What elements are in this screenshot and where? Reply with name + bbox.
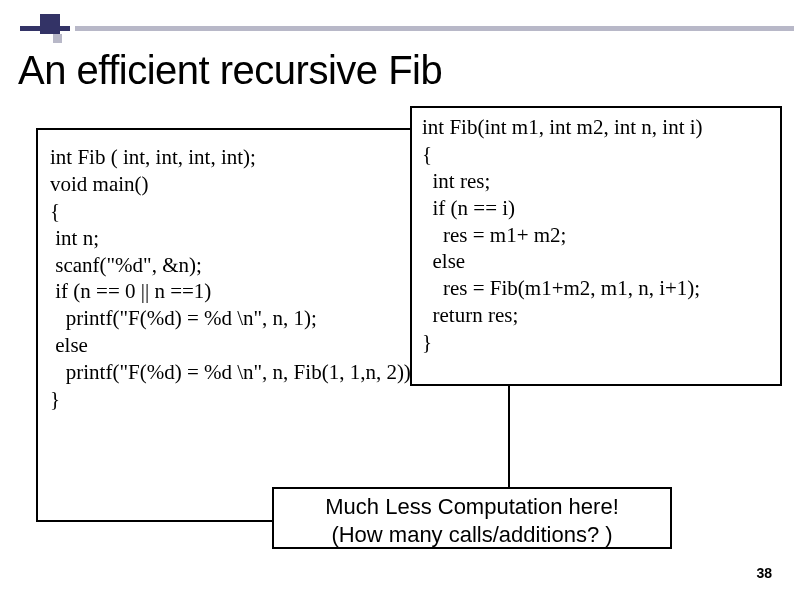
code-line: {	[422, 141, 770, 168]
code-line: int res;	[422, 168, 770, 195]
note-line-2: (How many calls/additions? )	[282, 521, 662, 549]
page-number: 38	[756, 565, 772, 581]
code-box-right: int Fib(int m1, int m2, int n, int i) { …	[410, 106, 782, 386]
code-line: res = m1+ m2;	[422, 222, 770, 249]
code-line: }	[422, 329, 770, 356]
code-line: res = Fib(m1+m2, m1, n, i+1);	[422, 275, 770, 302]
header-divider-bar	[75, 26, 794, 31]
code-line: else	[422, 248, 770, 275]
header-square-small	[53, 34, 62, 43]
code-line: }	[50, 386, 496, 413]
note-box: Much Less Computation here! (How many ca…	[272, 487, 672, 549]
code-line: if (n == i)	[422, 195, 770, 222]
code-line: int Fib(int m1, int m2, int n, int i)	[422, 114, 770, 141]
slide-title: An efficient recursive Fib	[18, 48, 442, 93]
header-square-large	[40, 14, 60, 34]
code-line: return res;	[422, 302, 770, 329]
note-line-1: Much Less Computation here!	[282, 493, 662, 521]
